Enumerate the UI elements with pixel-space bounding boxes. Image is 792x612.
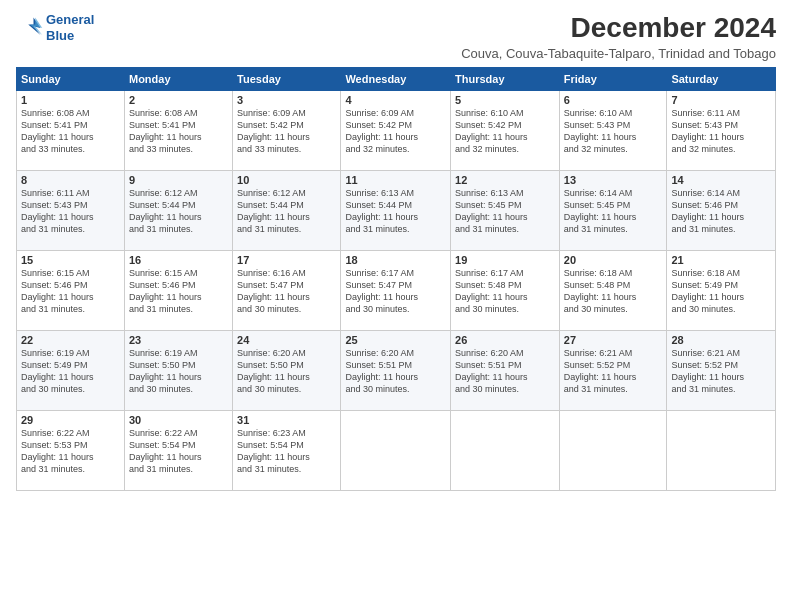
calendar-cell: 30Sunrise: 6:22 AM Sunset: 5:54 PM Dayli… <box>124 411 232 491</box>
day-number: 12 <box>455 174 555 186</box>
calendar-cell: 1Sunrise: 6:08 AM Sunset: 5:41 PM Daylig… <box>17 91 125 171</box>
calendar-cell: 10Sunrise: 6:12 AM Sunset: 5:44 PM Dayli… <box>233 171 341 251</box>
calendar-cell: 9Sunrise: 6:12 AM Sunset: 5:44 PM Daylig… <box>124 171 232 251</box>
day-number: 19 <box>455 254 555 266</box>
day-number: 25 <box>345 334 446 346</box>
day-number: 18 <box>345 254 446 266</box>
day-number: 26 <box>455 334 555 346</box>
day-info: Sunrise: 6:22 AM Sunset: 5:53 PM Dayligh… <box>21 427 120 476</box>
calendar-week-4: 22Sunrise: 6:19 AM Sunset: 5:49 PM Dayli… <box>17 331 776 411</box>
day-info: Sunrise: 6:20 AM Sunset: 5:50 PM Dayligh… <box>237 347 336 396</box>
day-number: 14 <box>671 174 771 186</box>
day-number: 20 <box>564 254 663 266</box>
day-number: 5 <box>455 94 555 106</box>
logo-line1: General <box>46 12 94 27</box>
page: General Blue December 2024 Couva, Couva-… <box>0 0 792 612</box>
calendar-header-monday: Monday <box>124 68 232 91</box>
day-number: 23 <box>129 334 228 346</box>
calendar-cell: 8Sunrise: 6:11 AM Sunset: 5:43 PM Daylig… <box>17 171 125 251</box>
day-info: Sunrise: 6:17 AM Sunset: 5:47 PM Dayligh… <box>345 267 446 316</box>
day-info: Sunrise: 6:20 AM Sunset: 5:51 PM Dayligh… <box>455 347 555 396</box>
day-number: 8 <box>21 174 120 186</box>
day-info: Sunrise: 6:10 AM Sunset: 5:42 PM Dayligh… <box>455 107 555 156</box>
day-number: 21 <box>671 254 771 266</box>
day-info: Sunrise: 6:10 AM Sunset: 5:43 PM Dayligh… <box>564 107 663 156</box>
day-info: Sunrise: 6:19 AM Sunset: 5:50 PM Dayligh… <box>129 347 228 396</box>
calendar-cell <box>341 411 451 491</box>
day-info: Sunrise: 6:18 AM Sunset: 5:49 PM Dayligh… <box>671 267 771 316</box>
day-number: 2 <box>129 94 228 106</box>
day-number: 10 <box>237 174 336 186</box>
day-number: 7 <box>671 94 771 106</box>
day-number: 15 <box>21 254 120 266</box>
calendar-header-friday: Friday <box>559 68 667 91</box>
day-number: 31 <box>237 414 336 426</box>
day-number: 24 <box>237 334 336 346</box>
day-number: 11 <box>345 174 446 186</box>
day-info: Sunrise: 6:14 AM Sunset: 5:46 PM Dayligh… <box>671 187 771 236</box>
calendar-cell: 20Sunrise: 6:18 AM Sunset: 5:48 PM Dayli… <box>559 251 667 331</box>
day-number: 27 <box>564 334 663 346</box>
day-info: Sunrise: 6:16 AM Sunset: 5:47 PM Dayligh… <box>237 267 336 316</box>
calendar-cell: 19Sunrise: 6:17 AM Sunset: 5:48 PM Dayli… <box>451 251 560 331</box>
calendar-cell <box>667 411 776 491</box>
day-info: Sunrise: 6:11 AM Sunset: 5:43 PM Dayligh… <box>21 187 120 236</box>
calendar-cell: 6Sunrise: 6:10 AM Sunset: 5:43 PM Daylig… <box>559 91 667 171</box>
day-number: 4 <box>345 94 446 106</box>
calendar-cell: 22Sunrise: 6:19 AM Sunset: 5:49 PM Dayli… <box>17 331 125 411</box>
day-info: Sunrise: 6:08 AM Sunset: 5:41 PM Dayligh… <box>21 107 120 156</box>
day-number: 16 <box>129 254 228 266</box>
calendar-cell: 28Sunrise: 6:21 AM Sunset: 5:52 PM Dayli… <box>667 331 776 411</box>
calendar-cell: 31Sunrise: 6:23 AM Sunset: 5:54 PM Dayli… <box>233 411 341 491</box>
day-number: 17 <box>237 254 336 266</box>
day-number: 3 <box>237 94 336 106</box>
calendar-cell: 2Sunrise: 6:08 AM Sunset: 5:41 PM Daylig… <box>124 91 232 171</box>
calendar-cell: 7Sunrise: 6:11 AM Sunset: 5:43 PM Daylig… <box>667 91 776 171</box>
day-info: Sunrise: 6:12 AM Sunset: 5:44 PM Dayligh… <box>129 187 228 236</box>
calendar-cell: 12Sunrise: 6:13 AM Sunset: 5:45 PM Dayli… <box>451 171 560 251</box>
calendar-week-5: 29Sunrise: 6:22 AM Sunset: 5:53 PM Dayli… <box>17 411 776 491</box>
logo-icon <box>16 14 44 42</box>
day-info: Sunrise: 6:18 AM Sunset: 5:48 PM Dayligh… <box>564 267 663 316</box>
title-section: December 2024 Couva, Couva-Tabaquite-Tal… <box>461 12 776 61</box>
calendar-cell: 17Sunrise: 6:16 AM Sunset: 5:47 PM Dayli… <box>233 251 341 331</box>
calendar-cell: 16Sunrise: 6:15 AM Sunset: 5:46 PM Dayli… <box>124 251 232 331</box>
day-number: 30 <box>129 414 228 426</box>
day-number: 6 <box>564 94 663 106</box>
calendar-header-wednesday: Wednesday <box>341 68 451 91</box>
calendar-header-thursday: Thursday <box>451 68 560 91</box>
calendar-week-3: 15Sunrise: 6:15 AM Sunset: 5:46 PM Dayli… <box>17 251 776 331</box>
day-info: Sunrise: 6:14 AM Sunset: 5:45 PM Dayligh… <box>564 187 663 236</box>
day-info: Sunrise: 6:13 AM Sunset: 5:45 PM Dayligh… <box>455 187 555 236</box>
calendar-week-2: 8Sunrise: 6:11 AM Sunset: 5:43 PM Daylig… <box>17 171 776 251</box>
calendar-cell: 4Sunrise: 6:09 AM Sunset: 5:42 PM Daylig… <box>341 91 451 171</box>
day-number: 28 <box>671 334 771 346</box>
day-info: Sunrise: 6:22 AM Sunset: 5:54 PM Dayligh… <box>129 427 228 476</box>
calendar-cell: 21Sunrise: 6:18 AM Sunset: 5:49 PM Dayli… <box>667 251 776 331</box>
calendar-cell <box>451 411 560 491</box>
day-info: Sunrise: 6:21 AM Sunset: 5:52 PM Dayligh… <box>671 347 771 396</box>
day-number: 22 <box>21 334 120 346</box>
day-info: Sunrise: 6:11 AM Sunset: 5:43 PM Dayligh… <box>671 107 771 156</box>
calendar-cell: 13Sunrise: 6:14 AM Sunset: 5:45 PM Dayli… <box>559 171 667 251</box>
header: General Blue December 2024 Couva, Couva-… <box>16 12 776 61</box>
day-number: 9 <box>129 174 228 186</box>
calendar-cell: 29Sunrise: 6:22 AM Sunset: 5:53 PM Dayli… <box>17 411 125 491</box>
month-title: December 2024 <box>461 12 776 44</box>
day-number: 13 <box>564 174 663 186</box>
calendar-cell <box>559 411 667 491</box>
calendar-cell: 25Sunrise: 6:20 AM Sunset: 5:51 PM Dayli… <box>341 331 451 411</box>
logo-text: General Blue <box>46 12 94 43</box>
calendar-header-row: SundayMondayTuesdayWednesdayThursdayFrid… <box>17 68 776 91</box>
calendar-cell: 23Sunrise: 6:19 AM Sunset: 5:50 PM Dayli… <box>124 331 232 411</box>
logo-line2: Blue <box>46 28 74 43</box>
calendar-header-saturday: Saturday <box>667 68 776 91</box>
day-info: Sunrise: 6:13 AM Sunset: 5:44 PM Dayligh… <box>345 187 446 236</box>
calendar-week-1: 1Sunrise: 6:08 AM Sunset: 5:41 PM Daylig… <box>17 91 776 171</box>
day-number: 1 <box>21 94 120 106</box>
calendar-cell: 24Sunrise: 6:20 AM Sunset: 5:50 PM Dayli… <box>233 331 341 411</box>
calendar-header-tuesday: Tuesday <box>233 68 341 91</box>
calendar-cell: 11Sunrise: 6:13 AM Sunset: 5:44 PM Dayli… <box>341 171 451 251</box>
day-info: Sunrise: 6:12 AM Sunset: 5:44 PM Dayligh… <box>237 187 336 236</box>
calendar-cell: 3Sunrise: 6:09 AM Sunset: 5:42 PM Daylig… <box>233 91 341 171</box>
